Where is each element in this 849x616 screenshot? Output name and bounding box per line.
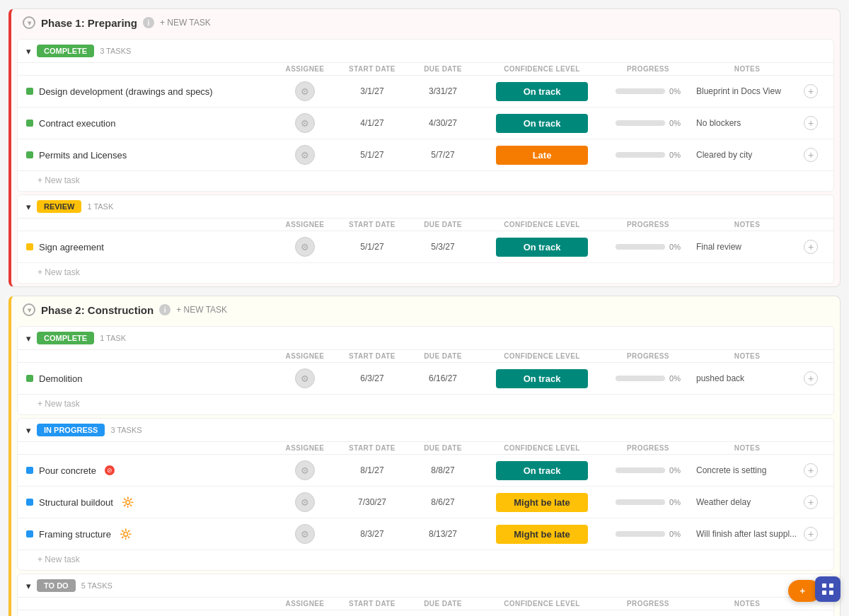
grid-icon xyxy=(821,583,834,595)
status-dot xyxy=(26,530,33,537)
status-badge: IN PROGRESS xyxy=(37,424,105,436)
confidence-badge[interactable]: Might be late xyxy=(496,493,588,512)
section-collapse-button[interactable]: ▾ xyxy=(26,425,31,436)
section-header-row: ▾COMPLETE1 TASK xyxy=(18,327,833,349)
start-date: 3/1/27 xyxy=(337,86,408,96)
start-date: 5/1/27 xyxy=(337,150,408,160)
confidence-badge[interactable]: On track xyxy=(496,238,588,257)
task-name-text[interactable]: Design development (drawings and specs) xyxy=(39,86,213,97)
new-task-row[interactable]: + New task xyxy=(18,263,833,283)
status-dot xyxy=(26,243,33,250)
section-collapse-button[interactable]: ▾ xyxy=(26,581,31,591)
section-collapse-button[interactable]: ▾ xyxy=(26,46,31,57)
add-row-button[interactable]: + xyxy=(804,116,818,130)
notes-cell: Weather delay xyxy=(691,497,804,507)
section-header-row: ▾COMPLETE3 TASKS xyxy=(18,40,833,62)
task-name-text[interactable]: Permits and Licenses xyxy=(39,150,127,161)
warning-icon: 🔆 xyxy=(120,528,132,540)
status-dot xyxy=(26,120,33,127)
avatar[interactable] xyxy=(295,460,315,480)
due-date: 8/6/27 xyxy=(408,497,478,507)
confidence-badge[interactable]: On track xyxy=(496,369,588,388)
status-dot xyxy=(26,467,33,474)
section-wrapper: ▾COMPLETE3 TASKSASSIGNEESTART DATEDUE DA… xyxy=(17,39,834,192)
section-header-row: ▾IN PROGRESS3 TASKS xyxy=(18,419,833,441)
phase-new-task-button[interactable]: + NEW TASK xyxy=(160,18,211,28)
phase-collapse-button[interactable]: ▾ xyxy=(23,303,35,316)
add-row-button[interactable]: + xyxy=(804,527,818,541)
new-task-row[interactable]: + New task xyxy=(18,171,833,191)
add-row-button[interactable]: + xyxy=(804,495,818,509)
task-count: 3 TASKS xyxy=(100,47,131,55)
add-row-button[interactable]: + xyxy=(804,463,818,477)
status-badge: COMPLETE xyxy=(37,45,94,57)
start-date: 4/1/27 xyxy=(337,118,408,128)
confidence-badge[interactable]: Might be late xyxy=(496,525,588,544)
avatar[interactable] xyxy=(295,368,315,388)
phase-new-task-button[interactable]: + NEW TASK xyxy=(176,305,227,315)
status-badge: COMPLETE xyxy=(37,332,94,344)
add-row-button[interactable]: + xyxy=(804,148,818,162)
progress-bar xyxy=(616,467,665,473)
avatar[interactable] xyxy=(295,145,315,165)
avatar[interactable] xyxy=(295,113,315,133)
phase-collapse-button[interactable]: ▾ xyxy=(23,16,35,29)
table-row: Sign agreement5/1/275/3/27On track0%Fina… xyxy=(18,231,833,263)
notes-cell: Concrete is setting xyxy=(691,465,804,475)
avatar[interactable] xyxy=(295,237,315,257)
column-headers: ASSIGNEESTART DATEDUE DATECONFIDENCE LEV… xyxy=(18,597,833,610)
progress-bar xyxy=(616,120,665,126)
avatar[interactable] xyxy=(295,524,315,544)
phase-title: Phase 2: Construction xyxy=(41,304,154,316)
blocker-icon: ⊘ xyxy=(105,465,115,475)
task-name-text[interactable]: Framing structure xyxy=(39,529,111,540)
task-count: 1 TASK xyxy=(100,334,126,342)
new-task-row[interactable]: + New task xyxy=(18,395,833,414)
status-badge: TO DO xyxy=(37,579,76,592)
confidence-badge[interactable]: On track xyxy=(496,461,588,480)
warning-icon: 🔆 xyxy=(122,496,134,508)
due-date: 8/13/27 xyxy=(408,529,478,539)
confidence-badge[interactable]: On track xyxy=(496,82,588,101)
avatar[interactable] xyxy=(295,492,315,512)
grid-view-button[interactable] xyxy=(815,576,841,602)
task-name-text[interactable]: Sign agreement xyxy=(39,242,104,252)
avatar[interactable] xyxy=(295,81,315,101)
notes-cell: Will finish after last suppl... xyxy=(691,529,804,539)
start-date: 6/3/27 xyxy=(337,373,408,383)
info-icon[interactable]: i xyxy=(143,17,154,28)
column-headers: ASSIGNEESTART DATEDUE DATECONFIDENCE LEV… xyxy=(18,441,833,455)
section-wrapper: ▾REVIEW1 TASKASSIGNEESTART DATEDUE DATEC… xyxy=(17,194,834,284)
start-date: 8/3/27 xyxy=(337,529,408,539)
add-row-button[interactable]: + xyxy=(804,240,818,254)
confidence-badge[interactable]: On track xyxy=(496,114,588,133)
confidence-badge[interactable]: Late xyxy=(496,146,588,165)
column-headers: ASSIGNEESTART DATEDUE DATECONFIDENCE LEV… xyxy=(18,349,833,363)
add-row-button[interactable]: + xyxy=(804,84,818,98)
add-row-button[interactable]: + xyxy=(804,371,818,385)
status-dot xyxy=(26,499,33,506)
section-wrapper: ▾TO DO5 TASKSASSIGNEESTART DATEDUE DATEC… xyxy=(17,574,834,616)
info-icon[interactable]: i xyxy=(159,304,171,315)
phase-header: ▾Phase 2: Constructioni+ NEW TASK xyxy=(11,296,840,323)
section-collapse-button[interactable]: ▾ xyxy=(26,202,31,212)
notes-cell: Final review xyxy=(691,242,804,252)
due-date: 3/31/27 xyxy=(408,86,478,96)
section-collapse-button[interactable]: ▾ xyxy=(26,333,31,344)
notes-cell: Cleared by city xyxy=(691,150,804,160)
svg-rect-0 xyxy=(822,583,826,588)
new-task-row[interactable]: + New task xyxy=(18,550,833,570)
task-name-text[interactable]: Structural buildout xyxy=(39,497,113,508)
svg-rect-2 xyxy=(822,591,826,595)
task-name-text[interactable]: Pour concrete xyxy=(39,465,96,476)
task-name-text[interactable]: Demolition xyxy=(39,373,82,384)
phase-header: ▾Phase 1: Preparingi+ NEW TASK xyxy=(11,9,840,36)
progress-bar xyxy=(616,152,665,158)
table-row: Design development (drawings and specs)3… xyxy=(18,76,833,107)
table-row: Pour concrete⊘8/1/278/8/27On track0%Conc… xyxy=(18,455,833,487)
column-headers: ASSIGNEESTART DATEDUE DATECONFIDENCE LEV… xyxy=(18,62,833,76)
notes-cell: pushed back xyxy=(691,373,804,383)
progress-bar xyxy=(616,499,665,505)
task-name-text[interactable]: Contract execution xyxy=(39,118,115,129)
phase-title: Phase 1: Preparing xyxy=(41,17,137,29)
